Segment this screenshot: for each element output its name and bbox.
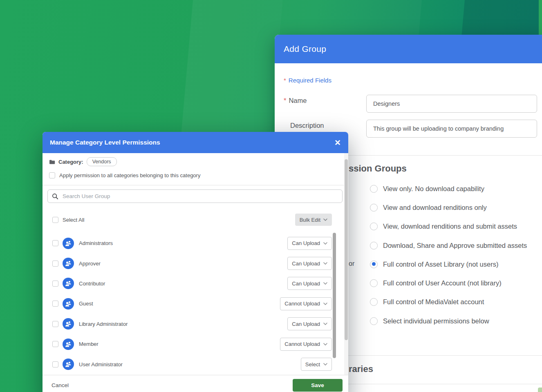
user-group-avatar-icon [63,339,74,350]
permission-option[interactable]: Full control of User Account (not librar… [370,274,527,292]
chevron-down-icon [323,363,327,365]
radio-icon[interactable] [370,185,378,193]
permission-option[interactable]: View and download renditions only [370,198,527,217]
chevron-down-icon [323,218,327,221]
radio-icon[interactable] [370,298,378,306]
user-group-row: User Administrator Select [52,354,332,374]
permission-option[interactable]: Full control of MediaValet account [370,293,527,312]
folder-icon [49,159,55,165]
user-group-avatar-icon [63,238,74,249]
list-scrollbar-thumb[interactable] [333,233,336,358]
permission-dropdown[interactable]: Can Upload [287,237,332,250]
apply-permission-checkbox[interactable] [49,172,55,178]
select-all-checkbox[interactable] [52,217,58,223]
chevron-down-icon [323,242,327,245]
radio-icon[interactable] [370,204,378,212]
user-group-list: Administrators Can Upload Approver Can U… [52,233,332,374]
permission-dropdown[interactable]: Can Upload [287,317,332,330]
category-label: Category: [58,159,83,165]
permissions-modal-header: Manage Category Level Permissions ✕ [43,132,348,153]
radio-selected-icon[interactable] [370,261,378,268]
save-button[interactable]: Save [293,379,343,392]
user-group-row: Member Cannot Upload [52,334,332,354]
permission-option[interactable]: Download, Share and Approve submitted as… [370,236,527,255]
row-checkbox[interactable] [52,281,58,287]
manage-category-permissions-modal: Manage Category Level Permissions ✕ Cate… [43,132,348,392]
close-icon[interactable]: ✕ [334,139,341,147]
user-group-avatar-icon [63,298,74,310]
search-icon [52,193,58,200]
cancel-button[interactable]: Cancel [49,382,71,389]
chevron-down-icon [323,282,327,285]
user-group-row: Contributor Can Upload [52,274,332,294]
permission-dropdown[interactable]: Cannot Upload [280,297,332,310]
description-label: Description [290,122,324,129]
chevron-down-icon [323,303,327,305]
libraries-heading: raries [349,364,373,374]
user-group-row: Approver Can Upload [52,253,332,273]
add-group-header: Add Group [275,35,542,63]
user-group-row: Administrators Can Upload [52,233,332,253]
row-checkbox[interactable] [52,261,58,267]
radio-icon[interactable] [370,317,378,325]
row-checkbox[interactable] [52,361,58,368]
radio-icon[interactable] [370,223,378,230]
name-required-asterisk: * [284,97,286,104]
required-fields-note: *Required Fields [284,77,331,84]
user-group-avatar-icon [63,318,74,330]
permission-dropdown[interactable]: Can Upload [287,277,332,290]
permission-option-selected[interactable]: Full control of Asset Library (not users… [370,255,527,274]
permission-option[interactable]: View, download renditions and submit ass… [370,217,527,236]
app-background: Add Group *Required Fields *Name Descrip… [0,0,542,392]
bulk-edit-button[interactable]: Bulk Edit [295,214,332,226]
category-value-chip: Vendors [87,157,117,166]
description-field[interactable] [366,120,537,138]
category-row: Category: Vendors [49,157,117,166]
search-box [47,189,343,203]
row-checkbox[interactable] [52,341,58,347]
permissions-modal-title: Manage Category Level Permissions [50,139,160,146]
permission-groups-radio-list: View only. No download capability View a… [370,179,527,330]
modal-scrollbar-thumb[interactable] [345,159,348,340]
select-all-label: Select All [63,217,84,223]
permission-row-label-fragment: or [349,260,354,267]
chevron-down-icon [323,262,327,265]
clipped-green-element [538,388,542,392]
name-label: *Name [284,97,307,105]
row-checkbox[interactable] [52,301,58,307]
permission-groups-heading: ssion Groups [349,163,407,174]
permission-option[interactable]: Select individual permissions below [370,312,527,330]
apply-permission-row: Apply permission to all categories belon… [49,172,200,178]
chevron-down-icon [323,343,327,345]
divider [43,185,348,185]
name-field[interactable] [366,95,537,113]
radio-icon[interactable] [370,279,378,287]
user-group-avatar-icon [63,359,74,370]
row-checkbox[interactable] [52,321,58,327]
add-group-title: Add Group [284,44,326,54]
apply-permission-label: Apply permission to all categories belon… [59,172,200,178]
radio-icon[interactable] [370,242,378,249]
permission-dropdown[interactable]: Select [301,358,332,371]
user-group-row: Library Administrator Can Upload [52,314,332,334]
permission-option[interactable]: View only. No download capability [370,179,527,198]
row-checkbox[interactable] [52,240,58,246]
select-all-row: Select All Bulk Edit [52,214,332,226]
permission-dropdown[interactable]: Can Upload [287,257,332,270]
permissions-modal-footer: Cancel Save [43,375,348,392]
user-group-row: Guest Cannot Upload [52,294,332,314]
chevron-down-icon [323,323,327,325]
search-input[interactable] [62,193,338,200]
user-group-avatar-icon [63,258,74,269]
required-asterisk: * [284,77,286,84]
user-group-avatar-icon [63,278,74,289]
permission-dropdown[interactable]: Cannot Upload [280,338,332,351]
